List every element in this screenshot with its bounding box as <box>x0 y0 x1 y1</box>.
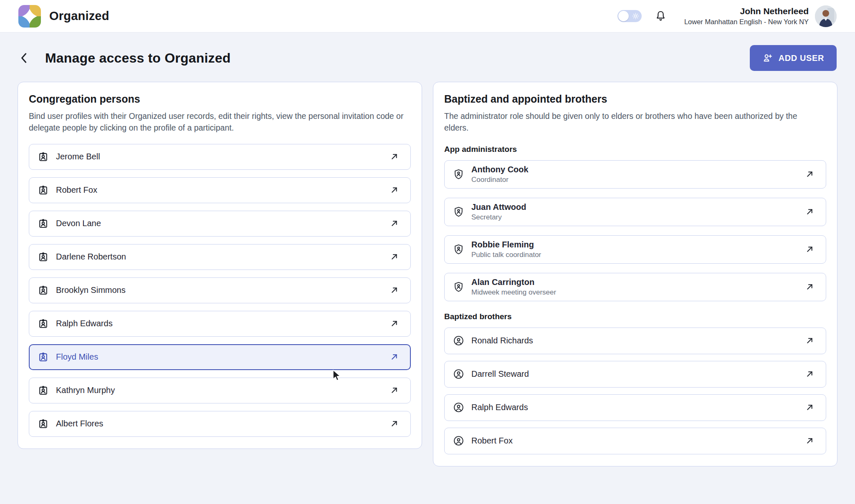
open-arrow-icon <box>389 318 400 329</box>
persons-list: Jerome Bell Robert Fox Devon Lane Darlen… <box>29 144 411 437</box>
person-name: Robert Fox <box>56 185 97 195</box>
id-badge-icon <box>38 218 49 229</box>
user-circle-icon <box>453 435 464 446</box>
open-arrow-icon <box>389 352 400 362</box>
add-user-label: ADD USER <box>779 53 824 63</box>
person-name: Albert Flores <box>56 419 103 428</box>
person-name: Kathryn Murphy <box>56 386 115 395</box>
administrator-role: Coordinator <box>471 176 529 184</box>
open-arrow-icon <box>389 385 400 396</box>
brother-row[interactable]: Darrell Steward <box>444 361 826 388</box>
person-row[interactable]: Jerome Bell <box>29 144 411 170</box>
app-logo-icon[interactable] <box>18 5 41 28</box>
open-arrow-icon <box>804 436 815 446</box>
open-arrow-icon <box>389 285 400 295</box>
person-row[interactable]: Brooklyn Simmons <box>29 277 411 303</box>
user-plus-icon <box>762 53 773 63</box>
back-button[interactable] <box>18 52 31 64</box>
brother-row[interactable]: Ronald Richards <box>444 328 826 354</box>
avatar[interactable] <box>815 5 837 27</box>
shield-person-icon <box>453 281 464 292</box>
add-user-button[interactable]: ADD USER <box>750 45 837 71</box>
open-arrow-icon <box>389 418 400 429</box>
id-badge-icon <box>38 251 49 262</box>
open-arrow-icon <box>389 252 400 262</box>
administrator-name: Alan Carrington <box>471 277 556 287</box>
administrator-role: Midweek meeting overseer <box>471 288 556 297</box>
administrator-name: Juan Attwood <box>471 202 526 212</box>
shield-person-icon <box>453 244 464 255</box>
administrator-role: Public talk coordinator <box>471 251 541 259</box>
person-row-highlighted[interactable]: Floyd Miles <box>29 344 411 370</box>
brother-name: Ralph Edwards <box>471 403 528 412</box>
brother-name: Robert Fox <box>471 436 513 446</box>
app-name: Organized <box>49 9 109 23</box>
id-badge-icon <box>38 385 49 396</box>
brother-name: Darrell Steward <box>471 369 529 379</box>
brother-row[interactable]: Robert Fox <box>444 428 826 454</box>
open-arrow-icon <box>804 369 815 379</box>
user-info[interactable]: John Netherleed Lower Manhattan English … <box>684 6 809 26</box>
panel-description: Bind user profiles with their Organized … <box>29 110 407 134</box>
shield-person-icon <box>453 169 464 180</box>
id-badge-icon <box>38 184 49 196</box>
person-name: Devon Lane <box>56 219 101 228</box>
person-row[interactable]: Darlene Robertson <box>29 244 411 270</box>
brother-row[interactable]: Ralph Edwards <box>444 394 826 421</box>
open-arrow-icon <box>804 402 815 413</box>
open-arrow-icon <box>804 169 815 179</box>
notifications-bell-icon[interactable] <box>655 10 667 22</box>
administrator-row[interactable]: Robbie Fleming Public talk coordinator <box>444 235 826 264</box>
open-arrow-icon <box>389 151 400 162</box>
administrators-list: Anthony Cook Coordinator Juan Attwood Se… <box>444 160 826 301</box>
panel-title: Congregation persons <box>29 93 411 105</box>
person-row[interactable]: Ralph Edwards <box>29 311 411 337</box>
panel-title: Baptized and appointed brothers <box>444 93 826 105</box>
baptized-brothers-list: Ronald Richards Darrell Steward Ralph Ed… <box>444 328 826 454</box>
panel-description: The administrator role should be given o… <box>444 110 812 134</box>
person-name: Jerome Bell <box>56 152 100 161</box>
open-arrow-icon <box>804 244 815 255</box>
shield-person-icon <box>453 206 464 217</box>
toggle-knob <box>618 11 629 21</box>
main-content: Congregation persons Bind user profiles … <box>0 82 855 466</box>
open-arrow-icon <box>804 207 815 217</box>
administrator-name: Anthony Cook <box>471 164 529 174</box>
person-name: Floyd Miles <box>56 352 98 362</box>
user-congregation: Lower Manhattan English - New York NY <box>684 18 809 26</box>
section-label-baptized-brothers: Baptized brothers <box>444 312 826 321</box>
page-title: Manage access to Organized <box>45 50 230 66</box>
open-arrow-icon <box>804 335 815 346</box>
open-arrow-icon <box>389 185 400 195</box>
administrator-name: Robbie Fleming <box>471 239 541 249</box>
administrator-row[interactable]: Anthony Cook Coordinator <box>444 160 826 189</box>
top-app-bar: Organized John Netherleed Lower Manhatta… <box>0 0 855 33</box>
user-circle-icon <box>453 368 464 380</box>
congregation-persons-panel: Congregation persons Bind user profiles … <box>18 82 422 449</box>
baptized-brothers-panel: Baptized and appointed brothers The admi… <box>433 82 837 466</box>
user-circle-icon <box>453 335 464 346</box>
open-arrow-icon <box>389 218 400 229</box>
person-row[interactable]: Robert Fox <box>29 177 411 203</box>
person-name: Darlene Robertson <box>56 252 126 262</box>
person-row[interactable]: Kathryn Murphy <box>29 378 411 403</box>
section-label-app-administrators: App administrators <box>444 145 826 154</box>
person-row[interactable]: Devon Lane <box>29 211 411 237</box>
page-header: Manage access to Organized ADD USER <box>0 33 855 82</box>
id-badge-icon <box>38 151 49 162</box>
open-arrow-icon <box>804 282 815 292</box>
id-badge-icon <box>38 318 49 329</box>
user-name: John Netherleed <box>684 6 809 17</box>
person-name: Ralph Edwards <box>56 319 113 328</box>
administrator-row[interactable]: Alan Carrington Midweek meeting overseer <box>444 273 826 301</box>
sun-icon <box>632 12 640 20</box>
theme-toggle[interactable] <box>617 10 642 22</box>
id-badge-icon <box>38 418 49 429</box>
person-row[interactable]: Albert Flores <box>29 411 411 437</box>
brother-name: Ronald Richards <box>471 336 533 345</box>
id-badge-icon <box>38 351 49 363</box>
person-name: Brooklyn Simmons <box>56 285 126 295</box>
administrator-row[interactable]: Juan Attwood Secretary <box>444 198 826 226</box>
user-circle-icon <box>453 402 464 413</box>
id-badge-icon <box>38 285 49 296</box>
